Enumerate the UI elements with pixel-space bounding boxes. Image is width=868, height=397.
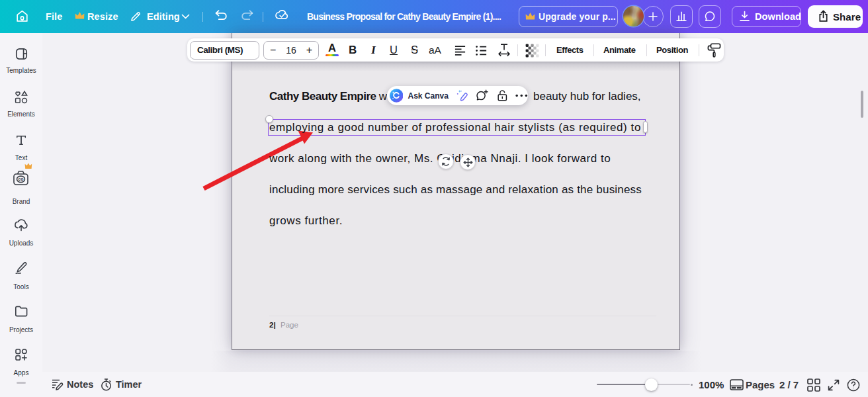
svg-text:co: co	[18, 177, 23, 181]
